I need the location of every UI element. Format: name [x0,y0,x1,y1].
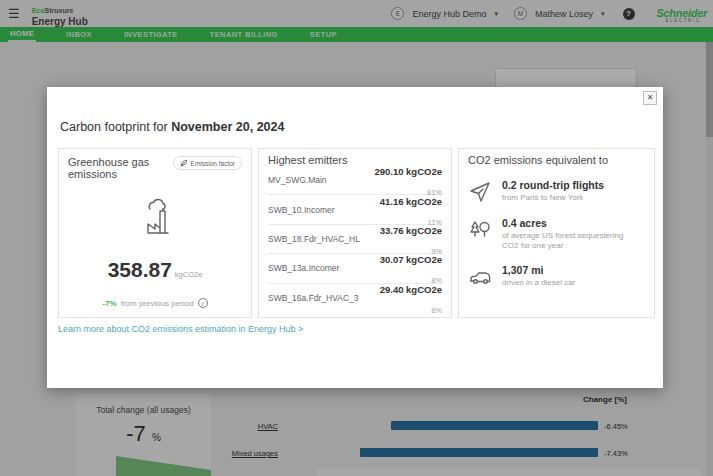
equivalent-value: 0.2 round-trip flights [502,179,604,192]
equivalent-caption: of average US forest sequestering CO2 fo… [502,231,642,252]
ghg-unit: kgCO2e [175,270,203,279]
emitter-name: SWB_10.Incomer [268,205,335,215]
ghg-value: 358.87 [108,258,172,281]
energy-hub-screen: ☰ EcoStruxure Energy Hub E Energy Hub De… [0,0,713,476]
emitter-name: SWB_16a.Fdr_HVAC_3 [268,293,359,303]
emitter-name: MV_SWG.Main [268,175,327,185]
equivalent-caption: from Paris to New York [502,193,604,203]
plane-icon [468,180,492,204]
info-icon[interactable]: i [198,298,208,308]
car-icon [468,265,492,289]
delta-caption: from previous period [121,299,194,308]
leaf-icon [180,159,188,167]
equivalent-value: 1,307 mi [502,264,575,277]
emitter-value: 30.07 kgCO2e [380,254,442,265]
emitter-value: 290.10 kgCO2e [374,166,442,177]
equivalent-item-flights: 0.2 round-trip flights from Paris to New… [468,179,645,204]
ghg-panel: Greenhouse gas emissions Emission factor [58,148,252,318]
emitters-panel: Highest emitters MV_SWG.Main 290.10 kgCO… [258,148,452,318]
emission-factor-button[interactable]: Emission factor [173,156,242,170]
delta-value: -7% [102,299,116,308]
close-icon[interactable]: ✕ [643,91,657,105]
emitter-name: SWB_13a.Incomer [268,263,339,273]
equivalent-item-car: 1,307 mi driven in a diesel car [468,264,645,289]
emitter-value: 29.40 kgCO2e [380,284,442,295]
learn-more-link[interactable]: Learn more about CO2 emissions estimatio… [58,324,303,334]
modal-title-date: November 20, 2024 [171,120,284,134]
modal-panels: Greenhouse gas emissions Emission factor [58,148,655,318]
equivalent-value: 0.4 acres [502,217,642,230]
ghg-panel-title: Greenhouse gas emissions [68,156,173,180]
factory-icon [133,198,177,238]
carbon-footprint-modal: ✕ Carbon footprint for November 20, 2024… [47,87,663,388]
emitter-value: 33.76 kgCO2e [380,225,442,236]
emitter-name: SWB_18.Fdr_HVAC_HL [268,234,360,244]
emitter-row: SWB_16a.Fdr_HVAC_3 29.40 kgCO2e8% [268,284,442,313]
emitter-pct: 8% [431,306,442,315]
modal-title: Carbon footprint for November 20, 2024 [60,120,284,134]
equivalents-panel: CO2 emissions equivalent to 0.2 round-tr… [458,148,655,318]
forest-icon [468,218,492,242]
equivalent-caption: driven in a diesel car [502,278,575,288]
equivalents-panel-title: CO2 emissions equivalent to [468,154,645,166]
emitter-value: 41.16 kgCO2e [380,196,442,207]
equivalent-item-forest: 0.4 acres of average US forest sequester… [468,217,645,251]
